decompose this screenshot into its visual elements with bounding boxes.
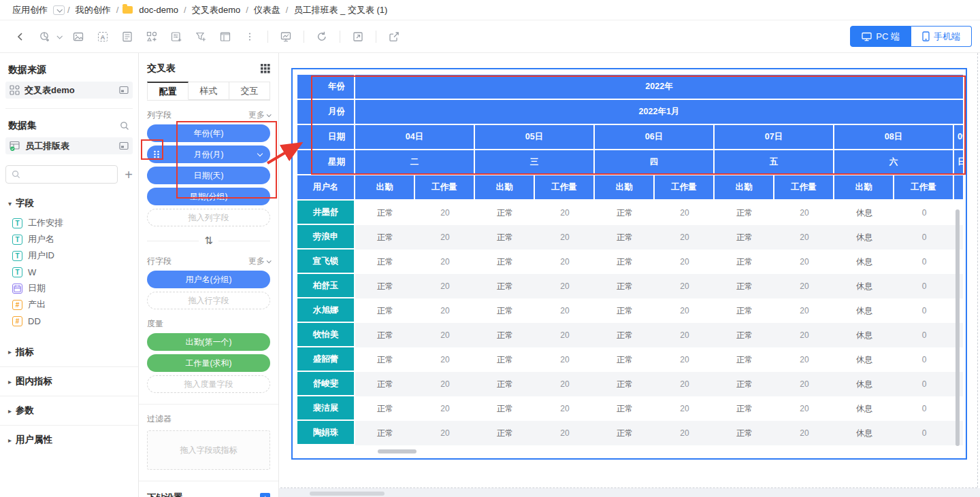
breadcrumb-item[interactable]: doc-demo (139, 5, 178, 15)
column-fields-more[interactable]: 更多 (248, 109, 270, 121)
data-cell: 正常 (475, 323, 535, 347)
canvas-horizontal-scrollbar[interactable] (310, 492, 385, 496)
refresh-button[interactable] (312, 27, 332, 47)
tab-交互[interactable]: 交互 (229, 82, 270, 100)
insert-form-button[interactable] (117, 27, 137, 47)
tab-配置[interactable]: 配置 (147, 82, 189, 100)
sidebar-section[interactable]: ▸指标 (0, 337, 138, 366)
text-field-icon: T (12, 251, 22, 261)
mobile-view-button[interactable]: 手机端 (911, 26, 972, 47)
measure-pills: 出勤(第一个)工作量(求和) (147, 333, 270, 372)
insert-filter-button[interactable] (191, 27, 211, 47)
field-pill[interactable]: 日期(天) (147, 167, 270, 184)
column-field-dropzone[interactable]: 拖入列字段 (147, 209, 270, 226)
breadcrumb-item[interactable]: 我的创作 (76, 4, 111, 16)
data-cell: 20 (535, 225, 595, 250)
table-horizontal-scrollbar[interactable] (378, 449, 416, 453)
filter-label: 过滤器 (147, 413, 172, 425)
data-cell: 20 (415, 396, 475, 421)
breadcrumb-app-menu[interactable]: 应用创作 (12, 4, 48, 16)
field-pill[interactable]: 月份(月) (147, 145, 270, 163)
drag-handle-icon[interactable] (153, 150, 160, 161)
chevron-down-icon: ▾ (8, 200, 12, 207)
field-item[interactable]: T工作安排 (5, 215, 133, 231)
phone-icon (922, 31, 930, 41)
data-cell: 正常 (355, 347, 415, 372)
data-cell: 20 (655, 421, 715, 445)
data-cell: 20 (535, 396, 595, 421)
table-row: 井墨舒正常20正常20正常20正常20休息0 (297, 201, 963, 225)
data-cell: 20 (535, 250, 595, 274)
open-panel-icon[interactable] (119, 141, 129, 150)
sidebar-section[interactable]: ▸用户属性 (0, 425, 138, 454)
sidebar-section[interactable]: ▸参数 (0, 396, 138, 425)
insert-tab-widget-button[interactable] (215, 27, 235, 47)
sidebar-sections: ▸指标▸图内指标▸参数▸用户属性 (5, 337, 133, 454)
field-pill[interactable]: 用户名(分组) (147, 271, 270, 288)
chevron-right-icon: ▸ (8, 348, 12, 356)
fields-section-header[interactable]: ▾ 字段 (8, 197, 130, 209)
toolbar-divider (304, 31, 304, 43)
breadcrumb-item[interactable]: 员工排班表 _ 交叉表 (1) (293, 4, 387, 16)
table-vertical-scrollbar[interactable] (956, 209, 960, 446)
header-corner-cell: 月份 (297, 100, 355, 125)
swap-axes-icon[interactable]: ⇅ (204, 235, 213, 247)
add-field-button[interactable]: + (125, 168, 133, 182)
measure-field-dropzone[interactable]: 拖入度量字段 (147, 375, 270, 393)
more-tools-button[interactable] (240, 27, 260, 47)
chevron-down-icon[interactable] (257, 151, 263, 156)
insert-control-button[interactable] (166, 27, 186, 47)
pill-label: 工作量(求和) (186, 358, 232, 369)
measure-header-cell: 工作量 (655, 175, 715, 201)
tab-样式[interactable]: 样式 (189, 82, 229, 100)
chart-dropdown-caret[interactable] (54, 27, 64, 47)
data-cell: 休息 (834, 396, 894, 421)
data-source-name: 交叉表demo (24, 84, 119, 97)
field-item[interactable]: TW (5, 264, 133, 280)
data-source-item[interactable]: 交叉表demo (5, 82, 133, 99)
data-cell: 休息 (834, 201, 894, 225)
measure-header-cell: 出勤 (715, 175, 774, 201)
dataset-item[interactable]: 员工排版表 (5, 137, 133, 154)
filter-dropzone[interactable]: 拖入字段或指标 (147, 430, 270, 470)
header-span-value: 2022年 (355, 75, 963, 99)
field-item[interactable]: #产出 (5, 296, 133, 313)
data-cell: 正常 (595, 372, 655, 396)
measure-header-cell: 出勤 (355, 175, 415, 201)
sidebar-section[interactable]: ▸图内指标 (0, 366, 138, 396)
data-cell: 20 (655, 298, 715, 323)
svg-text:A: A (101, 33, 105, 40)
field-search-row: + (5, 165, 133, 184)
search-icon[interactable] (119, 120, 130, 131)
breadcrumb-item[interactable]: 仪表盘 (254, 4, 280, 16)
breadcrumb-item[interactable]: 交叉表demo (192, 4, 241, 16)
field-pill[interactable]: 工作量(求和) (147, 354, 270, 372)
field-search-input[interactable] (5, 165, 118, 184)
preview-button[interactable] (276, 27, 296, 47)
share-button[interactable] (384, 27, 404, 47)
insert-shapes-button[interactable] (142, 27, 162, 47)
insert-image-button[interactable] (68, 27, 88, 47)
pc-view-button[interactable]: PC 端 (850, 26, 911, 47)
field-pill[interactable]: 出勤(第一个) (147, 333, 270, 351)
field-item[interactable]: #DD (5, 313, 133, 329)
field-item[interactable]: 日期 (5, 280, 133, 296)
data-cell: 正常 (355, 225, 415, 250)
header-day-cell: 08日 (834, 125, 954, 150)
back-button[interactable] (10, 27, 31, 47)
table-measure-row: 用户名出勤工作量出勤工作量出勤工作量出勤工作量出勤工作量出勤工作量 (297, 175, 963, 201)
fullscreen-button[interactable] (348, 27, 368, 47)
app-menu-dropdown[interactable] (53, 5, 65, 15)
data-cell: 正常 (715, 201, 774, 225)
field-item[interactable]: T用户ID (5, 247, 133, 264)
field-pill[interactable]: 星期(分组) (147, 188, 270, 205)
add-drilldown-button[interactable]: + (260, 493, 270, 497)
row-fields-more[interactable]: 更多 (248, 256, 270, 267)
add-chart-button[interactable] (35, 27, 55, 47)
open-panel-icon[interactable] (119, 86, 129, 95)
data-cell: 正常 (475, 274, 535, 298)
field-item[interactable]: T用户名 (5, 231, 133, 247)
insert-text-button[interactable]: A (93, 27, 113, 47)
row-field-dropzone[interactable]: 拖入行字段 (147, 292, 270, 309)
field-pill[interactable]: 年份(年) (147, 124, 270, 142)
